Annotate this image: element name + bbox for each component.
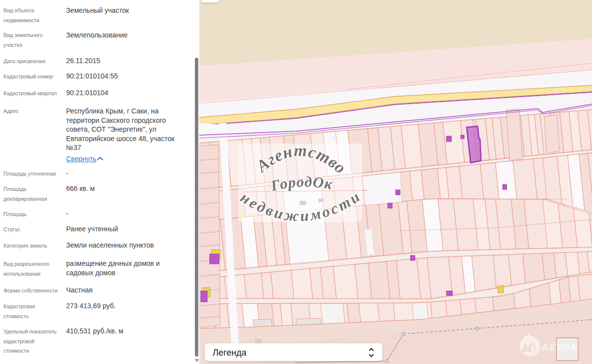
svg-text:Легенда: Легенда (213, 348, 247, 358)
svg-text:АКУЛА: АКУЛА (542, 342, 578, 353)
